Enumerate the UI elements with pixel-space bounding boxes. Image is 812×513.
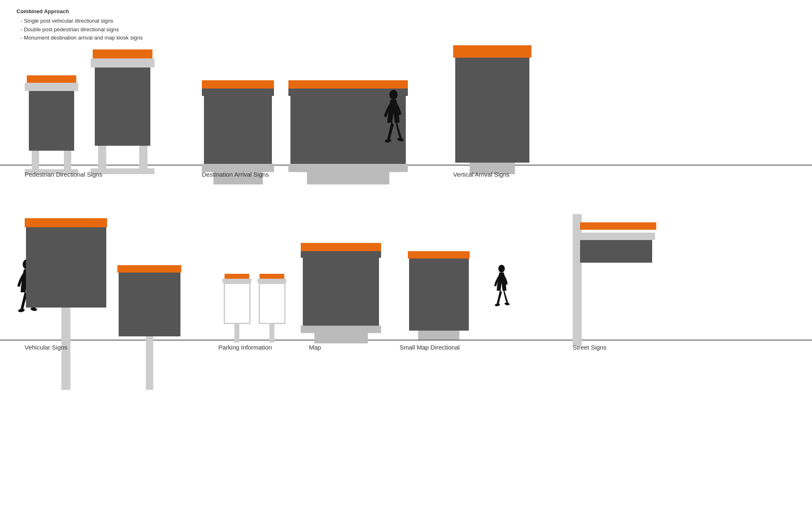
kiosk-panel-large xyxy=(95,68,150,146)
small-map-pedestal xyxy=(418,331,459,340)
veh-sign-large xyxy=(25,218,107,390)
bullet-2: - Double post pedestrian directional sig… xyxy=(16,26,143,34)
street-orange-cap xyxy=(580,222,656,230)
street-panel xyxy=(580,240,652,263)
street-horizontal-arm xyxy=(573,233,655,240)
park-panel-1 xyxy=(224,283,250,324)
svg-point-2 xyxy=(397,138,404,142)
park-frame-1 xyxy=(222,279,251,283)
map-sign-container xyxy=(301,243,381,343)
dest-orange-cap-2 xyxy=(288,80,408,89)
human-svg-r1 xyxy=(379,90,408,149)
human-figure-row2-right xyxy=(490,263,513,315)
small-map-container xyxy=(408,251,470,340)
map-sign xyxy=(301,243,381,343)
bullet-1: - Single post vehicular directional sign… xyxy=(16,17,143,26)
veh-orange-cap-large xyxy=(25,218,107,227)
park-sign-1 xyxy=(222,274,251,343)
label-vehicular: Vehicular Signs xyxy=(25,344,67,351)
ped-dir-signs xyxy=(25,49,154,174)
dest-base-2 xyxy=(288,164,408,172)
svg-point-8 xyxy=(504,302,510,305)
orange-cap-large xyxy=(93,49,152,58)
park-orange-cap-2 xyxy=(260,274,284,279)
park-post-1 xyxy=(234,324,239,343)
label-small-map: Small Map Directional xyxy=(400,344,460,351)
label-vert-arrival: Vertical Arrival Signs xyxy=(453,171,510,178)
vehicular-signs xyxy=(25,218,181,390)
park-frame-2 xyxy=(257,279,286,283)
street-sign xyxy=(573,214,659,346)
human-svg-r2-right xyxy=(490,263,513,313)
map-orange-cap xyxy=(301,243,381,251)
leg-right-large xyxy=(139,146,147,168)
map-panel xyxy=(303,258,379,326)
map-pedestal xyxy=(314,333,368,343)
svg-point-0 xyxy=(389,90,398,100)
dest-dark-top-1 xyxy=(202,89,274,96)
park-post-2 xyxy=(269,324,274,343)
human-figure-row1 xyxy=(379,90,408,151)
street-sign-container xyxy=(573,214,659,346)
dest-orange-cap-1 xyxy=(202,80,274,89)
veh-panel-large xyxy=(26,227,106,308)
kiosk-body-small xyxy=(25,83,78,91)
dest-panel-1 xyxy=(204,96,272,164)
kiosk-panel-small xyxy=(29,91,74,151)
vert-panel xyxy=(455,58,529,163)
kiosk-legs-small xyxy=(32,151,71,169)
small-map-orange-cap xyxy=(408,251,470,259)
dest-arrival-signs xyxy=(202,80,408,184)
svg-point-1 xyxy=(384,139,391,143)
leg-right-small xyxy=(64,151,71,169)
kiosk-legs-large xyxy=(98,146,147,168)
veh-panel-medium xyxy=(119,273,180,336)
park-panel-2 xyxy=(259,283,285,324)
dest-pedestal-2 xyxy=(307,172,389,184)
svg-point-7 xyxy=(495,303,500,306)
vert-orange-top xyxy=(453,45,531,58)
leg-left-large xyxy=(98,146,106,168)
label-map: Map xyxy=(309,344,321,351)
veh-post-medium xyxy=(146,336,153,390)
park-sign-2 xyxy=(257,274,286,343)
header-section: Combined Approach - Single post vehicula… xyxy=(16,7,143,42)
veh-orange-cap-medium xyxy=(117,265,181,273)
label-parking: Parking Information xyxy=(218,344,272,351)
map-dark-top xyxy=(301,251,381,258)
orange-cap-small xyxy=(27,75,76,83)
vert-arrival-signs xyxy=(453,45,531,174)
park-orange-cap-1 xyxy=(225,274,249,279)
svg-point-6 xyxy=(498,265,505,273)
svg-point-4 xyxy=(18,308,25,313)
kiosk-body-large xyxy=(91,58,154,68)
vert-sign xyxy=(453,45,531,174)
dest-sign-1 xyxy=(202,80,274,184)
leg-left-small xyxy=(32,151,39,169)
kiosk-large xyxy=(91,49,154,174)
map-base xyxy=(301,326,381,333)
small-map-panel xyxy=(409,259,469,331)
parking-signs xyxy=(222,274,286,343)
label-street: Street Signs xyxy=(573,344,606,351)
label-dest-arrival: Destination Arrival Signs xyxy=(202,171,269,178)
veh-sign-medium xyxy=(117,265,181,390)
small-map-sign xyxy=(408,251,470,340)
label-ped-dir: Pedestrian Directional Signs xyxy=(25,171,102,178)
bullet-3: - Monument destination arrival and map k… xyxy=(16,34,143,42)
combined-approach-title: Combined Approach xyxy=(16,7,143,16)
kiosk-small xyxy=(25,75,78,174)
